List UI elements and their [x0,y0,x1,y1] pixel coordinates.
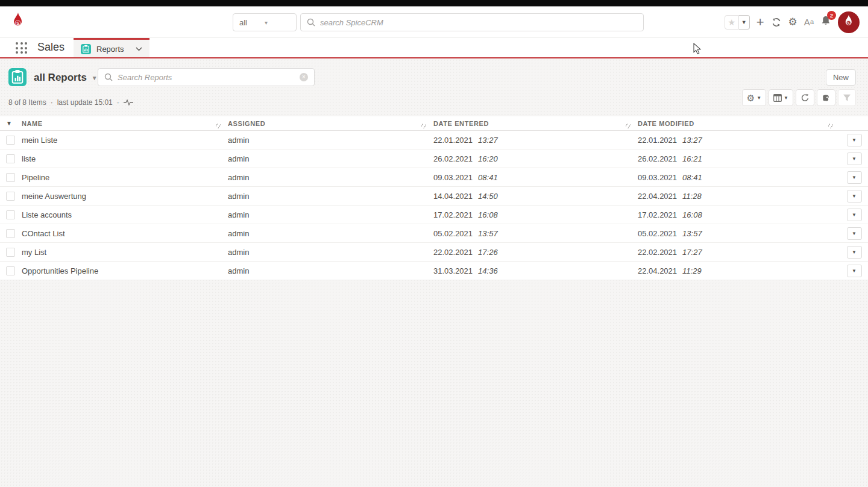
notifications-bell-icon[interactable]: 2 [820,15,831,29]
row-time-modified: 17:27 [682,248,702,257]
font-size-large-glyph: A [804,17,810,27]
table-row[interactable]: my List admin 22.02.202117:26 22.02.2021… [0,243,868,262]
filter-button[interactable] [838,89,856,106]
notification-badge: 2 [827,11,836,20]
app-launcher-icon[interactable] [16,42,28,55]
row-checkbox[interactable] [6,229,15,238]
column-header-date-modified[interactable]: DATE MODIFIED [638,120,840,127]
search-icon [104,73,113,81]
refresh-button[interactable] [796,89,814,106]
table-row[interactable]: COntact List admin 05.02.202113:57 05.02… [0,224,868,243]
row-name[interactable]: COntact List [22,229,65,238]
row-date-entered: 22.01.2021 [433,136,473,145]
row-checkbox[interactable] [6,154,15,163]
module-search-input[interactable] [118,73,300,82]
header-actions: ★ ▼ + ⚙ Aa 2 [725,7,860,37]
user-avatar[interactable]: S [838,11,860,33]
list-settings-button[interactable]: ⚙ ▼ [742,89,766,106]
row-actions-dropdown[interactable]: ▼ [847,246,862,259]
row-date-modified: 05.02.2021 [638,229,677,238]
new-button[interactable]: New [826,69,856,86]
column-header-name[interactable]: NAME [22,120,228,127]
row-checkbox[interactable] [6,136,15,145]
list-status: 8 of 8 Items · last update 15:01 · [8,98,133,107]
add-icon[interactable]: + [756,16,764,29]
row-checkbox[interactable] [6,248,15,257]
row-name[interactable]: liste [22,154,36,163]
row-actions-dropdown[interactable]: ▼ [847,171,862,184]
search-scope-value: all [239,18,265,27]
table-row[interactable]: Liste accounts admin 17.02.202116:08 17.… [0,206,868,224]
row-time-entered: 17:26 [478,248,498,257]
row-checkbox[interactable] [6,173,15,182]
row-name[interactable]: Liste accounts [22,210,72,219]
chevron-down-icon: ▼ [784,95,788,101]
tab-reports[interactable]: Reports [74,38,149,58]
row-actions-dropdown[interactable]: ▼ [847,209,862,221]
table-row[interactable]: meine Auswertung admin 14.04.202114:50 2… [0,187,868,206]
row-date-modified: 22.04.2021 [638,266,677,275]
spicecrm-logo-icon: S [12,11,24,32]
row-checkbox[interactable] [6,192,15,201]
row-date-modified: 09.03.2021 [638,173,677,182]
chevron-down-icon: ▼ [756,95,761,101]
row-time-entered: 16:20 [478,154,498,163]
global-search-area: all ▾ [233,13,644,31]
column-chooser-button[interactable]: ▼ [769,89,793,106]
row-date-entered: 26.02.2021 [433,154,473,163]
row-actions-dropdown[interactable]: ▼ [847,227,862,240]
row-checkbox[interactable] [6,210,15,219]
last-update: last update 15:01 [57,98,113,107]
row-actions-dropdown[interactable]: ▼ [847,265,862,277]
refresh-icon [800,93,810,102]
row-name[interactable]: meine Auswertung [22,192,86,201]
global-header: S all ▾ ★ ▼ + [0,7,868,37]
svg-text:S: S [16,21,19,25]
table-row[interactable]: mein Liste admin 22.01.202113:27 22.01.2… [0,131,868,149]
favorites-dropdown-button[interactable]: ▼ [739,15,750,30]
clear-search-icon[interactable]: × [300,73,308,81]
table-row[interactable]: Opportunities Pipeline admin 31.03.20211… [0,262,868,280]
row-date-modified: 22.04.2021 [638,192,677,201]
triangle-down-icon: ▼ [852,268,857,274]
row-name[interactable]: Pipeline [22,173,49,182]
row-name[interactable]: mein Liste [22,136,57,145]
chevron-down-icon: ▾ [265,19,290,26]
list-type-selector[interactable]: all Reports ▼ [34,72,98,84]
sync-icon[interactable] [771,17,782,28]
column-resize-handle[interactable] [626,124,631,128]
star-icon[interactable]: ★ [725,15,739,30]
global-search-input[interactable] [320,18,637,27]
row-date-modified: 22.01.2021 [638,136,677,145]
table-row[interactable]: liste admin 26.02.202116:20 26.02.202116… [0,149,868,168]
table-row[interactable]: Pipeline admin 09.03.202108:41 09.03.202… [0,168,868,187]
row-checkbox[interactable] [6,266,15,275]
row-actions-dropdown[interactable]: ▼ [847,134,862,146]
export-bucket-button[interactable] [817,89,835,106]
row-date-entered: 22.02.2021 [433,248,473,257]
column-resize-handle[interactable] [216,124,221,128]
row-name[interactable]: my List [22,248,46,257]
search-scope-select[interactable]: all ▾ [233,13,297,31]
column-header-date-entered[interactable]: DATE ENTERED [433,120,638,127]
gear-icon[interactable]: ⚙ [788,17,797,27]
font-size-small-glyph: a [810,19,814,25]
global-search-box [300,13,644,31]
favorites-split-button: ★ ▼ [725,15,750,30]
tab-chevron-down-icon[interactable] [136,47,142,51]
row-actions-dropdown[interactable]: ▼ [847,190,862,203]
row-assigned: admin [228,173,249,182]
select-all-dropdown[interactable]: ▼ [6,120,12,127]
font-size-icon[interactable]: Aa [804,17,814,27]
column-resize-handle[interactable] [421,124,426,128]
column-header-assigned[interactable]: ASSIGNED [228,120,433,127]
row-name[interactable]: Opportunities Pipeline [22,266,98,275]
column-resize-handle[interactable] [828,124,833,128]
module-tab-bar: Sales Reports [0,37,868,57]
row-actions-dropdown[interactable]: ▼ [847,152,862,165]
system-top-strip [0,0,868,7]
triangle-down-icon: ▼ [852,193,857,199]
search-icon [307,18,315,27]
separator-dot: · [51,98,53,107]
separator-dot: · [117,98,119,107]
